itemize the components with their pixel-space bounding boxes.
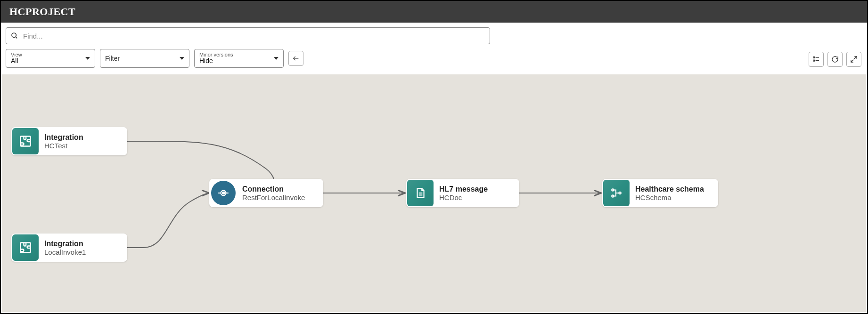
search-icon (11, 32, 18, 40)
svg-line-7 (854, 56, 857, 59)
fullscreen-button[interactable] (846, 52, 861, 67)
refresh-icon (831, 56, 839, 63)
integration-icon (12, 128, 39, 154)
chevron-down-icon (180, 57, 184, 60)
svg-line-8 (851, 60, 853, 62)
svg-line-1 (16, 37, 17, 38)
node-integration-hctest[interactable]: Integration HCTest (11, 127, 127, 155)
chevron-down-icon (85, 57, 90, 60)
schema-icon (603, 180, 630, 206)
svg-point-0 (12, 33, 16, 37)
node-name: HCSchema (635, 193, 704, 201)
diagram-canvas[interactable]: Integration HCTest Integration LocalInvo… (2, 74, 866, 312)
list-icon (812, 56, 820, 63)
minor-value: Hide (199, 57, 233, 64)
node-hl7-message-hcdoc[interactable]: HL7 message HCDoc (406, 179, 519, 207)
node-name: RestForLocalInvoke (242, 193, 305, 201)
node-integration-localinvoke1[interactable]: Integration LocalInvoke1 (11, 233, 127, 262)
view-dropdown[interactable]: View All (6, 49, 95, 68)
node-name: HCTest (44, 142, 83, 150)
svg-rect-3 (813, 57, 815, 58)
toolbar: View All Filter Minor versions Hide (1, 23, 867, 72)
node-name: LocalInvoke1 (44, 248, 86, 256)
refresh-button[interactable] (827, 52, 843, 67)
document-icon (407, 180, 434, 206)
svg-point-17 (612, 189, 614, 191)
search-input[interactable] (22, 32, 485, 40)
filter-label: Filter (105, 55, 120, 62)
node-type: Healthcare schema (635, 185, 704, 193)
back-button[interactable] (288, 51, 303, 66)
svg-point-12 (222, 192, 224, 194)
minor-versions-dropdown[interactable]: Minor versions Hide (194, 49, 284, 68)
search-box[interactable] (6, 27, 490, 44)
integration-icon (12, 234, 39, 261)
node-type: HL7 message (439, 185, 488, 193)
svg-point-19 (619, 192, 621, 194)
arrow-left-icon (292, 55, 300, 62)
expand-icon (850, 56, 858, 63)
connection-icon (211, 181, 236, 205)
node-name: HCDoc (439, 193, 488, 201)
page-title: HCPROJECT (1, 1, 867, 23)
view-value: All (11, 57, 22, 64)
node-type: Connection (242, 185, 305, 193)
filter-dropdown[interactable]: Filter (100, 49, 189, 68)
list-view-button[interactable] (809, 52, 824, 67)
svg-rect-4 (813, 60, 815, 61)
svg-point-18 (612, 195, 614, 197)
node-healthcare-schema-hcschema[interactable]: Healthcare schema HCSchema (602, 179, 718, 207)
chevron-down-icon (274, 57, 278, 60)
node-connection-restforlocalinvoke[interactable]: Connection RestForLocalInvoke (209, 179, 323, 207)
node-type: Integration (44, 133, 83, 142)
node-type: Integration (44, 240, 86, 248)
